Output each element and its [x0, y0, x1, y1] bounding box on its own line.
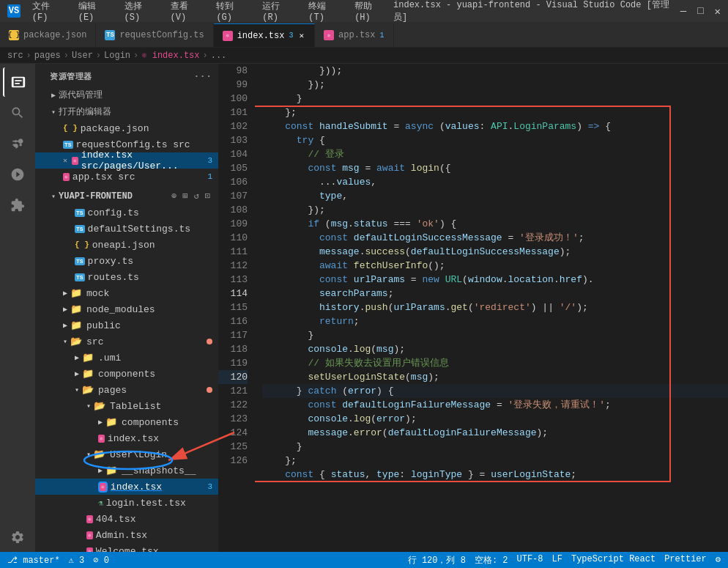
tsx-icon: ⚛	[72, 157, 78, 165]
tree-pages[interactable]: ▾ 📂 pages	[35, 382, 218, 398]
sidebar-more-icon[interactable]: ···	[196, 70, 209, 83]
json-file-icon3: { }	[75, 240, 89, 249]
formatter[interactable]: Prettier	[664, 554, 707, 567]
chevron-right-icon5: ▶	[75, 353, 79, 362]
tree-tl-components[interactable]: ▶ 📁 components	[35, 414, 218, 430]
tree-node-modules[interactable]: ▶ 📁 node_modules	[35, 301, 218, 317]
tree-defaultsettings[interactable]: TS defaultSettings.ts	[35, 221, 218, 237]
tab-index-tsx[interactable]: ⚛ index.tsx 3 ✕	[214, 23, 315, 47]
tab-requestconfig-ts[interactable]: TS requestConfig.ts	[96, 23, 213, 47]
folder-icon-umi: 📁	[82, 352, 94, 364]
activity-debug[interactable]	[3, 160, 32, 189]
code-line-114b: history.push(urlParams.get('redirect') |…	[262, 300, 728, 314]
code-line-107: type,	[262, 189, 728, 203]
tree-login-test[interactable]: ⚗ login.test.tsx	[35, 495, 218, 511]
code-line-103: try {	[262, 133, 728, 147]
activity-settings[interactable]	[3, 523, 32, 552]
activity-explorer[interactable]	[3, 67, 32, 97]
new-file-icon[interactable]: ⊕	[169, 190, 179, 202]
ts-file-icon3: TS	[75, 209, 85, 217]
code-line-122: console.log(error);	[262, 412, 728, 426]
code-line-100: }	[262, 92, 728, 106]
tab-app-tsx[interactable]: ⚛ app.tsx 1	[315, 23, 393, 47]
menu-terminal[interactable]: 终端(T)	[302, 0, 347, 24]
project-header[interactable]: ▾ YUAPI-FRONTEND ⊕ ⊞ ↺ ⊡	[35, 188, 218, 204]
src-dot	[207, 339, 212, 344]
code-line-101: };	[262, 106, 728, 119]
tree-umi[interactable]: ▶ 📁 .umi	[35, 350, 218, 366]
tsx-icon4: ⚛	[98, 482, 108, 493]
window-title: index.tsx - yuapi-frontend - Visual Stud…	[393, 0, 680, 23]
tree-components[interactable]: ▶ 📁 components	[35, 366, 218, 382]
tree-userlogin[interactable]: ▾ 📂 User\Login	[35, 446, 218, 462]
cursor-position[interactable]: 行 120，列 8	[408, 554, 466, 567]
ts-file-icon6: TS	[75, 273, 85, 281]
menu-file[interactable]: 文件(F)	[26, 0, 71, 24]
code-line-108: });	[262, 203, 728, 217]
folder-icon-ul: 📂	[94, 449, 105, 460]
tree-routes[interactable]: TS routes.ts	[35, 269, 218, 285]
sidebar: 资源管理器 ··· ▶ 源代码管理 ▾ 打开的编辑器 { } package.j…	[35, 64, 218, 552]
menu-select[interactable]: 选择(S)	[119, 0, 163, 24]
tab-label: requestConfig.ts	[119, 30, 204, 40]
line-ending[interactable]: LF	[552, 554, 562, 567]
tab-package-json[interactable]: { } package.json	[0, 23, 96, 47]
open-editors-section[interactable]: ▾ 打开的编辑器	[35, 103, 218, 120]
activity-search[interactable]	[3, 98, 32, 128]
activity-git[interactable]	[3, 129, 32, 158]
chevron-right-icon8: ▶	[98, 466, 103, 475]
code-line-110: const defaultLoginSuccessMessage = '登录成功…	[262, 231, 728, 245]
collapse-icon[interactable]: ⊡	[203, 190, 212, 202]
chevron-down-icon5: ▾	[86, 402, 91, 410]
tree-config[interactable]: TS config.ts	[35, 204, 218, 221]
menu-run[interactable]: 运行(R)	[256, 0, 301, 24]
code-line-120: } catch (error) {	[262, 384, 728, 398]
tree-mock[interactable]: ▶ 📁 mock	[35, 285, 218, 301]
index-badge-3: 3	[207, 482, 212, 491]
menu-view[interactable]: 查看(V)	[165, 0, 209, 24]
code-line-125: };	[262, 454, 728, 468]
refresh-icon[interactable]: ↺	[192, 190, 201, 202]
language-mode[interactable]: TypeScript React	[571, 554, 655, 567]
tab-close-icon[interactable]: ✕	[297, 30, 305, 41]
chevron-down-icon4: ▾	[75, 386, 79, 394]
maximize-button[interactable]: □	[697, 5, 703, 18]
tree-src[interactable]: ▾ 📂 src	[35, 333, 218, 350]
json-icon: { }	[63, 124, 78, 133]
open-editor-index[interactable]: ✕ ⚛ index.tsx src/pages/User... 3	[35, 152, 218, 169]
tree-welcome[interactable]: ⚛ Welcome.tsx	[35, 543, 218, 552]
tree-snapshots[interactable]: ▶ 📁 __snapshots__	[35, 462, 218, 479]
code-line-102: const handleSubmit = async (values: API.…	[262, 119, 728, 133]
menu-edit[interactable]: 编辑(E)	[73, 0, 117, 24]
tree-tablelist[interactable]: ▾ 📂 TableList	[35, 398, 218, 414]
menu-goto[interactable]: 转到(G)	[210, 0, 255, 24]
tree-tl-index[interactable]: ⚛ index.tsx	[35, 430, 218, 446]
tsx-icon3: ⚛	[98, 435, 105, 443]
menu-help[interactable]: 帮助(H)	[349, 0, 393, 24]
error-count[interactable]: ⚠ 3	[69, 555, 85, 566]
settings-icon[interactable]: ⚙	[716, 554, 721, 567]
warning-count[interactable]: ⊘ 0	[93, 555, 109, 566]
tree-oneapi[interactable]: { } oneapi.json	[35, 237, 218, 253]
encoding[interactable]: UTF-8	[517, 554, 543, 567]
open-editor-package[interactable]: { } package.json	[35, 120, 218, 136]
git-branch[interactable]: ⎇ master*	[7, 555, 60, 566]
chevron-right-icon4: ▶	[63, 321, 67, 330]
close-x-icon[interactable]: ✕	[63, 156, 67, 165]
activity-extensions[interactable]	[3, 191, 32, 220]
minimize-button[interactable]: —	[680, 5, 686, 18]
tree-admin[interactable]: ⚛ Admin.tsx	[35, 527, 218, 543]
file-badge-1: 1	[207, 172, 212, 181]
indent-type[interactable]: 空格: 2	[475, 554, 508, 567]
code-line-121: const defaultLoginFailureMessage = '登录失败…	[262, 398, 728, 412]
close-button[interactable]: ✕	[715, 5, 721, 18]
source-control-section[interactable]: ▶ 源代码管理	[35, 86, 218, 103]
tree-index-selected[interactable]: ⚛ index.tsx 3	[35, 479, 218, 495]
tree-proxy[interactable]: TS proxy.ts	[35, 253, 218, 269]
tree-public[interactable]: ▶ 📁 public	[35, 317, 218, 333]
code-editor[interactable]: })); }); } }; const handleSubmit = async…	[255, 64, 728, 552]
tsx-file-icon2: ⚛	[324, 30, 334, 40]
new-folder-icon[interactable]: ⊞	[180, 190, 190, 202]
tsx-icon6: ⚛	[86, 531, 93, 539]
tree-404[interactable]: ⚛ 404.tsx	[35, 511, 218, 527]
